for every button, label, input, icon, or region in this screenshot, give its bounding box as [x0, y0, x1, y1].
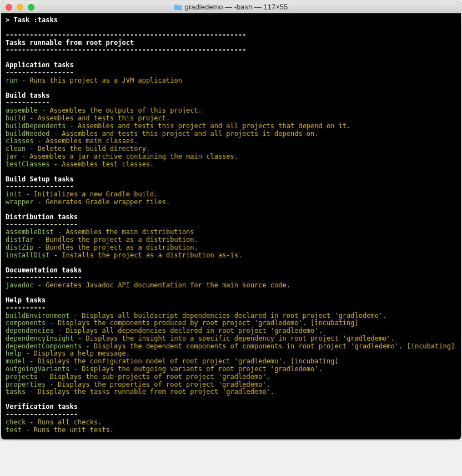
task-desc: - Deletes the build directory. [26, 145, 150, 153]
task-desc: - Runs the unit tests. [22, 426, 114, 434]
section-rule: ------------------ [6, 221, 456, 229]
folder-icon [174, 4, 182, 10]
task-desc: - Displays the configuration model of ro… [26, 357, 339, 365]
task-name: init [6, 190, 22, 198]
task-desc: - Assembles main classes. [34, 137, 138, 145]
main-heading: Tasks runnable from root project [6, 39, 456, 47]
traffic-lights [1, 4, 34, 11]
window-titlebar[interactable]: gradledemo — -bash — 117×55 [1, 1, 461, 13]
task-line: outgoingVariants - Displays the outgoing… [6, 366, 456, 373]
task-name: components [6, 319, 46, 327]
task-desc: - Displays the components produced by ro… [46, 319, 359, 327]
task-name: buildNeeded [6, 130, 49, 138]
task-line: distTar - Bundles the project as a distr… [6, 236, 456, 244]
task-desc: - Displays the dependent components of c… [82, 342, 455, 350]
section-title: Build Setup tasks [6, 176, 456, 184]
task-name: buildEnvironment [6, 312, 70, 320]
task-line: projects - Displays the sub-projects of … [6, 373, 456, 381]
task-name: classes [6, 137, 34, 145]
task-name: installDist [6, 251, 49, 259]
title-area: gradledemo — -bash — 117×55 [1, 3, 461, 11]
section-rule: ---------- [6, 305, 456, 312]
task-line: classes - Assembles main classes. [6, 138, 456, 145]
task-desc: - Runs all checks. [26, 418, 102, 426]
section-rule: ------------------ [6, 411, 456, 419]
task-name: model [6, 357, 26, 365]
task-name: distTar [6, 236, 34, 244]
task-line: testClasses - Assembles test classes. [6, 161, 456, 169]
task-name: dependencyInsight [6, 335, 74, 342]
task-name: testClasses [6, 160, 49, 168]
task-desc: - Displays the outgoing variants of root… [70, 365, 323, 373]
task-line: run - Runs this project as a JVM applica… [6, 77, 456, 85]
task-desc: - Displays a help message. [22, 350, 130, 357]
task-name: assemble [6, 107, 38, 114]
task-name: build [6, 114, 26, 122]
task-desc: - Bundles the project as a distribution. [34, 244, 198, 251]
task-name: tasks [6, 388, 26, 396]
task-name: projects [6, 373, 38, 381]
maximize-button[interactable] [28, 4, 34, 11]
heading-rule-bottom: ----------------------------------------… [6, 47, 456, 54]
task-line: init - Initializes a new Gradle build. [6, 191, 456, 199]
section-rule: ------------------- [6, 274, 456, 282]
task-desc: - Displays the sub-projects of root proj… [38, 373, 270, 381]
task-name: dependencies [6, 327, 54, 335]
terminal-content[interactable]: > Task :tasks --------------------------… [1, 13, 461, 439]
section-rule: ----------------- [6, 183, 456, 191]
task-desc: - Generates Javadoc API documentation fo… [34, 281, 290, 289]
window-title: gradledemo — -bash — 117×55 [185, 3, 288, 11]
task-name: buildDependents [6, 122, 66, 130]
task-desc: - Displays all dependencies declared in … [54, 327, 323, 335]
task-line: buildDependents - Assembles and tests th… [6, 123, 456, 130]
task-desc: - Generates Gradle wrapper files. [34, 198, 170, 206]
task-desc: - Assembles and tests this project and a… [66, 122, 350, 130]
close-button[interactable] [6, 4, 12, 11]
task-desc: - Assembles the outputs of this project. [38, 107, 202, 114]
task-name: assembleDist [6, 228, 54, 236]
task-line: dependencies - Displays all dependencies… [6, 327, 456, 335]
task-line: check - Runs all checks. [6, 419, 456, 427]
task-name: properties [6, 381, 46, 388]
task-name: run [6, 77, 18, 84]
task-line: assembleDist - Assembles the main distri… [6, 229, 456, 236]
task-line: properties - Displays the properties of … [6, 381, 456, 389]
section-rule: ----------- [6, 99, 456, 107]
task-desc: - Assembles and tests this project. [26, 114, 170, 122]
task-name: test [6, 426, 22, 434]
section-title: Help tasks [6, 297, 456, 305]
task-line: dependentComponents - Displays the depen… [6, 343, 456, 351]
task-name: clean [6, 145, 26, 153]
section-title: Application tasks [6, 62, 456, 69]
section-title: Distribution tasks [6, 214, 456, 221]
task-desc: - Assembles the main distributions [54, 228, 194, 236]
task-line: model - Displays the configuration model… [6, 358, 456, 366]
task-name: distZip [6, 244, 34, 251]
task-line: clean - Deletes the build directory. [6, 145, 456, 153]
section-title: Documentation tasks [6, 267, 456, 275]
task-line: test - Runs the unit tests. [6, 427, 456, 434]
task-line: installDist - Installs the project as a … [6, 252, 456, 260]
task-desc: - Displays the insight into a specific d… [74, 335, 395, 342]
task-desc: - Displays the tasks runnable from root … [26, 388, 274, 396]
task-line: dependencyInsight - Displays the insight… [6, 335, 456, 343]
task-desc: - Assembles and tests this project and a… [49, 130, 318, 138]
minimize-button[interactable] [17, 4, 23, 11]
task-line: help - Displays a help message. [6, 350, 456, 358]
task-line: build - Assembles and tests this project… [6, 115, 456, 123]
task-desc: - Assembles test classes. [49, 160, 154, 168]
task-desc: - Displays the properties of root projec… [46, 381, 270, 388]
task-name: help [6, 350, 22, 357]
task-line: tasks - Displays the tasks runnable from… [6, 388, 456, 396]
task-line: jar - Assembles a jar archive containing… [6, 153, 456, 161]
task-line: javadoc - Generates Javadoc API document… [6, 282, 456, 290]
prompt-line: > Task :tasks [6, 17, 456, 24]
section-rule: ----------------- [6, 69, 456, 77]
task-desc: - Assembles a jar archive containing the… [18, 153, 238, 160]
section-title: Verification tasks [6, 403, 456, 411]
task-line: distZip - Bundles the project as a distr… [6, 244, 456, 252]
section-title: Build tasks [6, 92, 456, 100]
heading-rule-top: ----------------------------------------… [6, 32, 456, 39]
task-name: wrapper [6, 198, 34, 206]
task-desc: - Runs this project as a JVM application [18, 77, 182, 84]
